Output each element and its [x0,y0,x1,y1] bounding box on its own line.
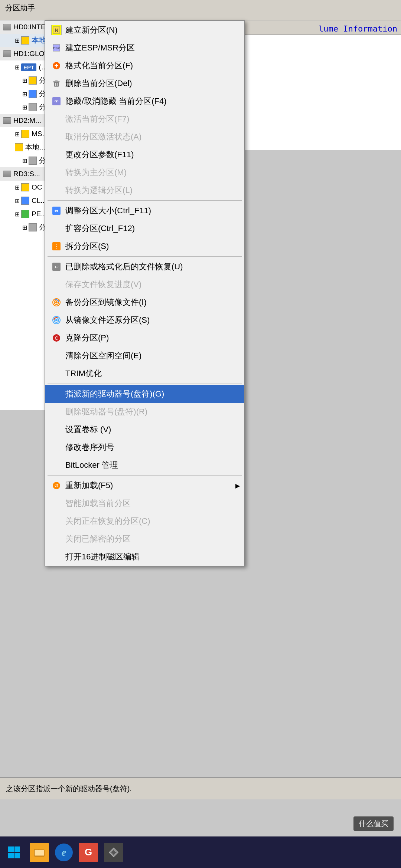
menu-icon-clone: C [51,333,62,343]
menu-clone[interactable]: C 克隆分区(P) [45,329,244,347]
menu-icon-close-checking-empty [51,516,62,526]
expand-ms[interactable]: ⊞ [15,131,20,138]
menu-icon-serial-empty [51,442,62,453]
menu-hex-editor[interactable]: 打开16进制磁区编辑 [45,548,244,566]
menu-to-logical-label: 转换为逻辑分区(L) [65,185,133,196]
svg-text:ESP: ESP [53,46,60,50]
svg-text:↩: ↩ [55,264,59,270]
expand-pe[interactable]: ⊞ [15,211,20,218]
menu-new-partition[interactable]: N 建立新分区(N) [45,21,244,39]
menu-backup-label: 备份分区到镜像文件(I) [65,297,147,308]
menu-hide[interactable]: 👁 隐藏/取消隐藏 当前分区(F4) [45,92,244,110]
menu-hex-editor-label: 打开16进制磁区编辑 [65,551,140,562]
menu-new-esp[interactable]: ESP 建立ESP/MSR分区 [45,39,244,57]
menu-assign-drive-label: 指派新的驱动器号(盘符)(G) [65,388,164,400]
menu-icon-assign-empty [51,389,62,399]
svg-text:👁: 👁 [54,99,59,104]
taskbar-file-explorer[interactable] [30,843,49,862]
menu-format[interactable]: 格式化当前分区(F) [45,57,244,75]
menu-clean-free[interactable]: 清除分区空闲空间(E) [45,347,244,365]
expand-ept[interactable]: ⊞ [15,64,20,71]
menu-icon-delete [51,78,62,89]
menu-to-logical: 转换为逻辑分区(L) [45,181,244,199]
menu-icon-deactivate-empty [51,132,62,142]
menu-expand[interactable]: 扩容分区(Ctrl_F12) [45,220,244,237]
menu-icon-trim-empty [51,368,62,379]
menu-delete-label: 删除当前分区(Del) [65,78,132,89]
expand-fen1[interactable]: ⊞ [22,157,27,164]
menu-icon-to-primary-empty [51,167,62,178]
svg-rect-7 [54,82,59,86]
menu-icon-set-label-empty [51,424,62,435]
hd2-disk-icon [3,117,11,124]
taskbar-ie[interactable]: e [55,844,73,861]
local-c2-label: 本地... [25,142,45,152]
separator-1 [48,200,242,201]
menu-hide-label: 隐藏/取消隐藏 当前分区(F4) [65,96,167,107]
menu-close-checking-label: 关闭正在恢复的分区(C) [65,516,150,527]
menu-icon-change-param-empty [51,149,62,160]
ept-badge: EPT [21,63,36,71]
menu-resize[interactable]: ⇔ 调整分区大小(Ctrl_F11) [45,202,244,220]
svg-text:↺: ↺ [54,483,59,489]
separator-4 [48,475,242,476]
menu-close-decrypted-label: 关闭已解密的分区 [65,533,131,545]
menu-reload-arrow: ▶ [235,482,240,489]
menu-trim[interactable]: TRIM优化 [45,365,244,382]
menu-format-label: 格式化当前分区(F) [65,60,133,71]
menu-change-param[interactable]: 更改分区参数(F11) [45,146,244,164]
svg-rect-9 [55,80,58,82]
status-text: 之该分区指派一个新的驱动器号(盘符). [6,784,132,794]
menu-recover[interactable]: ↩ 已删除或格式化后的文件恢复(U) [45,258,244,276]
menu-restore-label: 从镜像文件还原分区(S) [65,315,150,326]
taskbar-app-g[interactable]: G [79,843,98,862]
menu-set-label[interactable]: 设置卷标 (V) [45,421,244,438]
svg-rect-31 [14,846,20,852]
sub2-icon [29,90,37,98]
menu-icon-backup [51,297,62,308]
expand-oc[interactable]: ⊞ [15,184,20,191]
expand-fen2[interactable]: ⊞ [22,224,27,231]
menu-save-recover-label: 保存文件恢复进度(V) [65,279,141,290]
menu-bitlocker[interactable]: BitLocker 管理 [45,456,244,474]
menu-icon-hex-empty [51,552,62,562]
menu-reload[interactable]: ↺ 重新加载(F5) ▶ [45,477,244,494]
menu-remove-drive: 删除驱动器号(盘符)(R) [45,403,244,421]
menu-backup[interactable]: 备份分区到镜像文件(I) [45,293,244,311]
menu-to-primary: 转换为主分区(M) [45,164,244,181]
svg-point-22 [55,301,58,303]
svg-text:C: C [55,336,58,341]
taskbar: e G [0,836,401,868]
taskbar-start-button[interactable] [4,843,24,862]
expand-sub2[interactable]: ⊞ [22,91,27,98]
menu-icon-clean-empty [51,351,62,361]
menu-assign-drive[interactable]: 指派新的驱动器号(盘符)(G) [45,385,244,403]
menu-icon-split: ⋮ [51,241,62,251]
menu-split[interactable]: ⋮ 拆分分区(S) [45,237,244,255]
menu-serial[interactable]: 修改卷序列号 [45,438,244,456]
menu-smart-load-label: 智能加载当前分区 [65,498,131,509]
pe-icon [21,210,29,218]
c-partition-icon [21,36,29,45]
menu-new-partition-label: 建立新分区(N) [65,24,118,36]
hd1-disk-icon [3,50,11,57]
taskbar-app-diamond[interactable] [104,843,123,862]
app-title: 分区助手 [0,0,40,16]
menu-clean-free-label: 清除分区空闲空间(E) [65,350,141,361]
menu-icon-format [51,60,62,71]
svg-point-25 [55,319,58,321]
hd3-label: RD3:S... [13,170,40,178]
hd2-label: HD2:M... [13,116,41,125]
menu-delete[interactable]: 删除当前分区(Del) [45,75,244,92]
expand-sub1[interactable]: ⊞ [22,77,27,84]
menu-icon-remove-drive-empty [51,407,62,417]
expand-cl[interactable]: ⊞ [15,197,20,204]
menu-to-primary-label: 转换为主分区(M) [65,167,127,178]
expand-c[interactable]: ⊞ [15,37,20,44]
menu-icon-restore [51,315,62,325]
menu-activate: 激活当前分区(F7) [45,110,244,128]
menu-restore[interactable]: 从镜像文件还原分区(S) [45,311,244,329]
expand-sub3[interactable]: ⊞ [22,104,27,111]
menu-icon-close-decrypted-empty [51,534,62,544]
menu-split-label: 拆分分区(S) [65,241,109,252]
